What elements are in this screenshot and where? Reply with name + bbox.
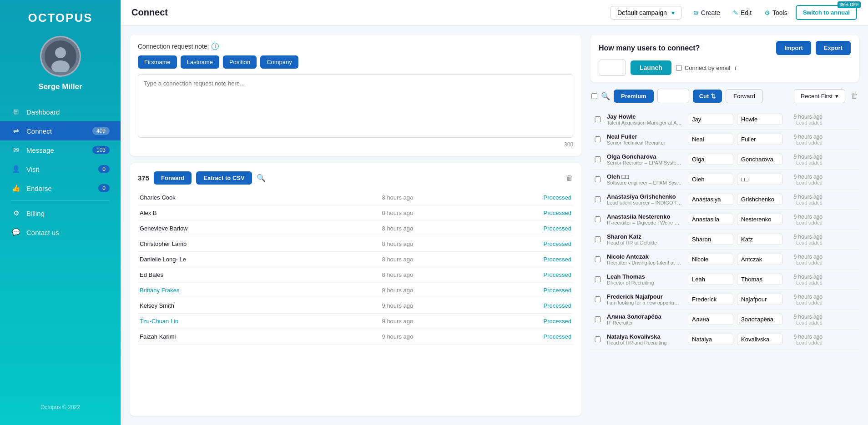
contact-first-name[interactable]: [688, 234, 733, 245]
contact-checkbox[interactable]: [592, 256, 603, 262]
contact-first-name[interactable]: [688, 174, 733, 185]
contact-first-name[interactable]: [688, 154, 733, 165]
connect-count-input[interactable]: [599, 60, 626, 76]
contact-checkbox[interactable]: [592, 276, 603, 282]
contact-last-name[interactable]: [737, 174, 782, 185]
forward-button[interactable]: Forward: [154, 171, 192, 185]
contact-first-name[interactable]: [688, 334, 733, 345]
list-row[interactable]: Ed Bales 8 hours ago Processed: [138, 267, 573, 283]
sidebar-item-dashboard[interactable]: ⊞ Dashboard: [0, 102, 121, 121]
list-row[interactable]: Christopher Lamb 8 hours ago Processed: [138, 236, 573, 252]
firstname-tag-button[interactable]: Firstname: [138, 55, 177, 69]
contact-first-name[interactable]: [688, 254, 733, 265]
contact-row[interactable]: Neal Fuller Senior Technical Recruiter 9…: [590, 130, 859, 150]
delete-list-button[interactable]: 🗑: [566, 174, 573, 182]
contact-checkbox[interactable]: [592, 196, 603, 202]
contact-last-name[interactable]: [737, 314, 782, 325]
select-all-checkbox[interactable]: [591, 93, 597, 99]
contact-last-name[interactable]: [737, 114, 782, 125]
contact-row[interactable]: Алина Золотарёва IT Recruiter 9 hours ag…: [590, 310, 859, 330]
list-row[interactable]: Genevieve Barlow 8 hours ago Processed: [138, 221, 573, 236]
sidebar-item-visit[interactable]: 👤 Visit 0: [0, 160, 121, 179]
contact-row[interactable]: Olga Goncharova Senior Recruiter – EPAM …: [590, 150, 859, 170]
lastname-tag-button[interactable]: Lastname: [181, 55, 219, 69]
forward-contacts-button[interactable]: Forward: [726, 89, 763, 103]
position-tag-button[interactable]: Position: [223, 55, 257, 69]
extract-csv-button[interactable]: Extract to CSV: [196, 171, 252, 185]
contact-first-name[interactable]: [688, 214, 733, 225]
contact-row[interactable]: Leah Thomas Director of Recruiting 9 hou…: [590, 270, 859, 290]
list-row[interactable]: Danielle Long- Le 8 hours ago Processed: [138, 252, 573, 267]
contact-row[interactable]: Frederick Najafpour I am looking for a n…: [590, 290, 859, 310]
delete-contacts-button[interactable]: 🗑: [851, 92, 858, 100]
contact-first-name[interactable]: [688, 114, 733, 125]
contact-row[interactable]: Anastasiya Grishchenko Lead talent sourc…: [590, 190, 859, 210]
info-icon[interactable]: i: [212, 43, 219, 50]
contact-checkbox[interactable]: [592, 336, 603, 342]
contact-checkbox[interactable]: [592, 316, 603, 322]
premium-filter-button[interactable]: Premium: [614, 90, 654, 103]
sidebar-item-contact[interactable]: 💬 Contact us: [0, 223, 121, 242]
export-button[interactable]: Export: [816, 41, 851, 55]
list-row[interactable]: Kelsey Smith 9 hours ago Processed: [138, 298, 573, 314]
contact-checkbox[interactable]: [592, 236, 603, 242]
contact-last-name[interactable]: [737, 334, 782, 345]
sort-dropdown-button[interactable]: Recent First ▾: [794, 89, 845, 103]
list-row-name[interactable]: Tzu-Chuan Lin: [140, 318, 382, 325]
campaign-selector[interactable]: Default campaign ▾: [611, 6, 681, 20]
contact-last-name[interactable]: [737, 294, 782, 305]
search-contacts-button[interactable]: 🔍: [601, 92, 610, 100]
contact-row[interactable]: Jay Howle Talent Acquisition Manager at …: [590, 110, 859, 130]
contact-checkbox[interactable]: [592, 156, 603, 162]
contact-row[interactable]: Natalya Kovalivska Head of HR and Recrui…: [590, 330, 859, 350]
sidebar-item-billing[interactable]: ⚙ Billing: [0, 204, 121, 223]
contact-first-name[interactable]: [688, 134, 733, 145]
list-row[interactable]: Tzu-Chuan Lin 9 hours ago Processed: [138, 314, 573, 329]
contact-last-name[interactable]: [737, 254, 782, 265]
company-tag-button[interactable]: Company: [260, 55, 298, 69]
import-button[interactable]: Import: [776, 41, 811, 55]
cut-button[interactable]: Cut ⇅: [693, 90, 722, 103]
contact-checkbox[interactable]: [592, 216, 603, 222]
contact-last-name[interactable]: [737, 214, 782, 225]
contact-first-name[interactable]: [688, 274, 733, 285]
contact-checkbox[interactable]: [592, 116, 603, 122]
contact-row[interactable]: Anastasiia Nesterenko IT-recruiter – Dig…: [590, 210, 859, 230]
list-row[interactable]: Brittany Frakes 9 hours ago Processed: [138, 283, 573, 298]
contact-last-name[interactable]: [737, 274, 782, 285]
search-list-button[interactable]: 🔍: [257, 174, 266, 182]
contact-checkbox[interactable]: [592, 296, 603, 302]
connect-email-checkbox[interactable]: [676, 65, 682, 71]
sidebar-item-message[interactable]: ✉ Message 103: [0, 140, 121, 160]
list-row[interactable]: Alex B 8 hours ago Processed: [138, 205, 573, 221]
contact-row[interactable]: Sharon Katz Head of HR at Deloitte 9 hou…: [590, 230, 859, 250]
list-row[interactable]: Faizah Karimi 9 hours ago Processed: [138, 329, 573, 345]
launch-button[interactable]: Launch: [631, 60, 671, 75]
contact-last-name[interactable]: [737, 234, 782, 245]
email-info-icon[interactable]: i: [735, 65, 736, 71]
contacts-table: Jay Howle Talent Acquisition Manager at …: [590, 110, 859, 416]
sidebar-item-connect[interactable]: ⇌ Connect 409: [0, 121, 121, 140]
contact-last-name[interactable]: [737, 194, 782, 205]
contact-lead-status: Lead added: [786, 200, 823, 205]
create-button[interactable]: ⊕ Create: [689, 6, 725, 19]
edit-button[interactable]: ✎ Edit: [728, 6, 756, 19]
avatar: [40, 36, 81, 77]
switch-annual-button[interactable]: 35% OFF Switch to annual: [796, 5, 857, 20]
contact-last-name[interactable]: [737, 134, 782, 145]
contact-checkbox[interactable]: [592, 176, 603, 182]
contact-first-name[interactable]: [688, 294, 733, 305]
sidebar-item-endorse[interactable]: 👍 Endorse 0: [0, 179, 121, 198]
contact-checkbox[interactable]: [592, 136, 603, 142]
note-textarea[interactable]: [138, 74, 573, 138]
contact-row[interactable]: Nicole Antczak Recruiter - Driving top t…: [590, 250, 859, 270]
contact-time-block: 9 hours ago Lead added: [786, 294, 823, 305]
tag-filter-input[interactable]: [657, 89, 689, 103]
contact-first-name[interactable]: [688, 194, 733, 205]
tools-button[interactable]: ⚙ Tools: [760, 6, 792, 19]
contact-last-name[interactable]: [737, 154, 782, 165]
contact-row[interactable]: Oleh □□ Software engineer – EPAM Syste..…: [590, 170, 859, 190]
list-row[interactable]: Charles Cook 8 hours ago Processed: [138, 190, 573, 205]
list-row-name[interactable]: Brittany Frakes: [140, 287, 382, 294]
contact-first-name[interactable]: [688, 314, 733, 325]
